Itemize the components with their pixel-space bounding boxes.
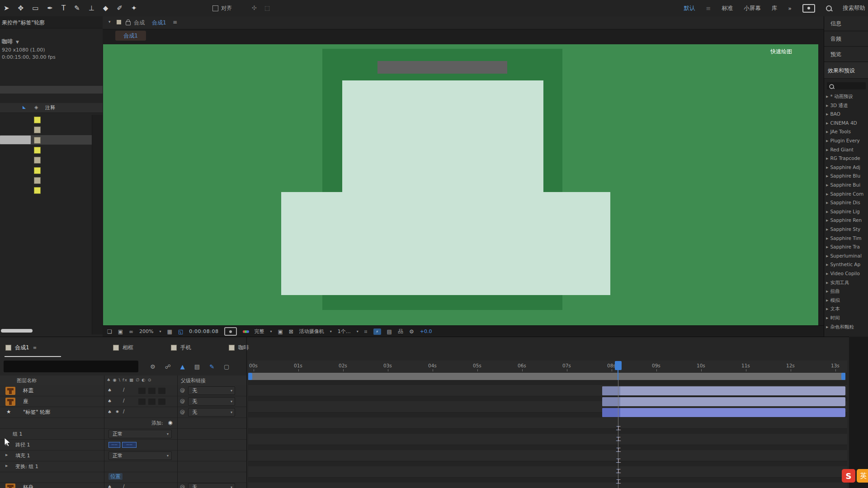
- sort-triangle-icon[interactable]: ◣: [23, 105, 26, 109]
- effects-category-row[interactable]: ▶BAO: [826, 111, 868, 120]
- transform-label[interactable]: 变换: 组 1: [15, 463, 38, 470]
- disclosure-triangle-icon[interactable]: ▶: [826, 272, 828, 276]
- disclosure-triangle-icon[interactable]: ▶: [826, 254, 828, 258]
- effects-category-row[interactable]: ▶Sapphire Adj: [826, 164, 868, 173]
- effects-category-row[interactable]: ▶扭曲: [826, 288, 868, 297]
- effects-category-row[interactable]: ▶杂色和颗粒: [826, 324, 868, 333]
- work-area-start-handle[interactable]: [248, 373, 252, 380]
- effects-category-row[interactable]: ▶Superluminal: [826, 253, 868, 262]
- disclosure-triangle-icon[interactable]: ▶: [5, 453, 8, 457]
- parent-pickwhip-icon[interactable]: @: [180, 409, 185, 415]
- disclosure-triangle-icon[interactable]: ▶: [826, 299, 828, 302]
- notes-column-header[interactable]: 注释: [45, 104, 55, 111]
- selection-tool-icon[interactable]: ➤: [4, 4, 9, 12]
- project-item-row[interactable]: [0, 115, 92, 124]
- disclosure-triangle-icon[interactable]: ▶: [826, 245, 828, 249]
- position-property-label[interactable]: 位置: [108, 473, 123, 480]
- keyframe-marker[interactable]: 工: [615, 447, 622, 455]
- layer-row-1[interactable]: 杯盖 ♠ / @ 无▾: [0, 385, 246, 396]
- disclosure-triangle-icon[interactable]: ▶: [826, 122, 828, 125]
- label-color-swatch[interactable]: [34, 147, 41, 154]
- layer-name-header[interactable]: 图层名称: [17, 377, 37, 384]
- effects-category-row[interactable]: ▶Sapphire Ren: [826, 217, 868, 226]
- disclosure-triangle-icon[interactable]: ▶: [826, 281, 828, 285]
- effects-category-row[interactable]: ▶Sapphire Tim: [826, 235, 868, 244]
- quality-switch-icon[interactable]: /: [123, 409, 124, 414]
- brush-tool-icon[interactable]: ✎: [74, 4, 80, 12]
- mask-feather-icon[interactable]: ✣: [252, 5, 257, 11]
- parent-pickwhip-icon[interactable]: @: [180, 484, 185, 488]
- add-button-icon[interactable]: ◉: [168, 419, 173, 426]
- fill-label[interactable]: 填充 1: [15, 452, 30, 459]
- label-column-icon[interactable]: ◈: [34, 104, 38, 110]
- chevron-down-icon[interactable]: ▾: [160, 329, 161, 333]
- disclosure-triangle-icon[interactable]: ▶: [826, 210, 828, 214]
- panel-menu-icon[interactable]: ≡: [173, 19, 177, 25]
- shy-switch-icon[interactable]: ♠: [108, 409, 112, 414]
- transparency-grid-icon[interactable]: ⊠: [289, 328, 293, 335]
- effects-category-row[interactable]: ▶模拟: [826, 297, 868, 306]
- mask-visibility-icon[interactable]: ◱: [178, 328, 183, 335]
- chevron-down-icon[interactable]: ▾: [108, 19, 111, 24]
- view-3d-dropdown[interactable]: 活动摄像机: [299, 328, 324, 335]
- project-item-row[interactable]: [0, 165, 92, 175]
- chevron-down-icon[interactable]: ▾: [270, 329, 272, 333]
- comp-flowchart-icon[interactable]: 品: [398, 328, 403, 335]
- disclosure-triangle-icon[interactable]: ▶: [826, 148, 828, 152]
- disclosure-triangle-icon[interactable]: ▶: [826, 113, 828, 116]
- workspace-overflow-button[interactable]: »: [788, 5, 792, 12]
- effects-category-row[interactable]: ▶Sapphire Dis: [826, 200, 868, 208]
- label-color-swatch[interactable]: [34, 187, 41, 194]
- effects-category-row[interactable]: ▶CINEMA 4D: [826, 120, 868, 129]
- audio-panel-tab[interactable]: 音频: [824, 32, 868, 47]
- playhead-handle[interactable]: [615, 361, 622, 370]
- zoom-level-dropdown[interactable]: 200%: [139, 328, 153, 334]
- workspace-tab-small-screen[interactable]: 小屏幕: [744, 5, 761, 12]
- lock-icon[interactable]: [126, 21, 131, 25]
- graph-editor-pencil-icon[interactable]: ✎: [209, 363, 214, 370]
- project-item-row[interactable]: [0, 135, 92, 145]
- eraser-tool-icon[interactable]: ◆: [103, 4, 108, 12]
- quality-switch-icon[interactable]: /: [123, 484, 124, 488]
- disclosure-triangle-icon[interactable]: ▶: [826, 95, 828, 99]
- primary-viewer-icon[interactable]: ▣: [118, 328, 123, 335]
- position-row[interactable]: 位置: [0, 472, 246, 483]
- workspace-tab-default[interactable]: 默认: [684, 5, 695, 12]
- keyframe-marker[interactable]: 工: [615, 458, 622, 465]
- group-row[interactable]: 组 1 正常▾: [0, 429, 246, 440]
- effects-category-row[interactable]: ▶文本: [826, 306, 868, 314]
- resolution-dropdown[interactable]: 完整: [254, 328, 264, 335]
- panel-divider[interactable]: [246, 337, 247, 488]
- effects-category-row[interactable]: ▶Sapphire Com: [826, 191, 868, 200]
- layer-row-2[interactable]: 座 ♠ / @ 无▾: [0, 396, 246, 407]
- effects-search-input[interactable]: [827, 82, 866, 89]
- effects-category-row[interactable]: ▶Sapphire Bui: [826, 182, 868, 191]
- disclosure-triangle-icon[interactable]: ▶: [826, 157, 828, 160]
- always-preview-icon[interactable]: ❏: [107, 328, 112, 335]
- quality-switch-icon[interactable]: /: [123, 398, 124, 403]
- horizontal-scrollbar[interactable]: [1, 329, 33, 333]
- disclosure-triangle-icon[interactable]: ▶: [826, 201, 828, 205]
- project-item-row[interactable]: [0, 175, 92, 185]
- view-layout-dropdown[interactable]: 1个…: [338, 328, 351, 335]
- roto-brush-tool-icon[interactable]: ✐: [117, 4, 123, 12]
- sync-settings-icon[interactable]: [802, 4, 815, 13]
- disclosure-triangle-icon[interactable]: ▶: [826, 104, 828, 108]
- timeline-tab-phone[interactable]: 手机: [171, 341, 191, 354]
- viewer-comp-name[interactable]: 合成1: [152, 19, 166, 27]
- timeline-tab-comp1[interactable]: 合成1 ≡: [5, 341, 37, 354]
- path-out-value[interactable]: ——: [122, 442, 137, 448]
- effects-category-row[interactable]: ▶Sapphire Blu: [826, 173, 868, 182]
- panel-menu-icon[interactable]: ≡: [33, 345, 37, 350]
- project-item-row[interactable]: [0, 185, 92, 195]
- disclosure-triangle-icon[interactable]: ▶: [826, 130, 828, 134]
- project-item-name[interactable]: 咖啡▼: [2, 38, 19, 46]
- puppet-pin-tool-icon[interactable]: ✦: [131, 4, 137, 12]
- keyframe-marker[interactable]: 工: [615, 479, 622, 486]
- frame-blending-icon[interactable]: ▲: [180, 363, 185, 370]
- transform-box-icon[interactable]: ⬚: [264, 5, 270, 11]
- disclosure-triangle-icon[interactable]: ▶: [826, 307, 828, 311]
- label-color-swatch[interactable]: [34, 137, 41, 144]
- text-tool-icon[interactable]: T: [61, 4, 66, 12]
- reset-exposure-icon[interactable]: ⚙: [409, 328, 414, 335]
